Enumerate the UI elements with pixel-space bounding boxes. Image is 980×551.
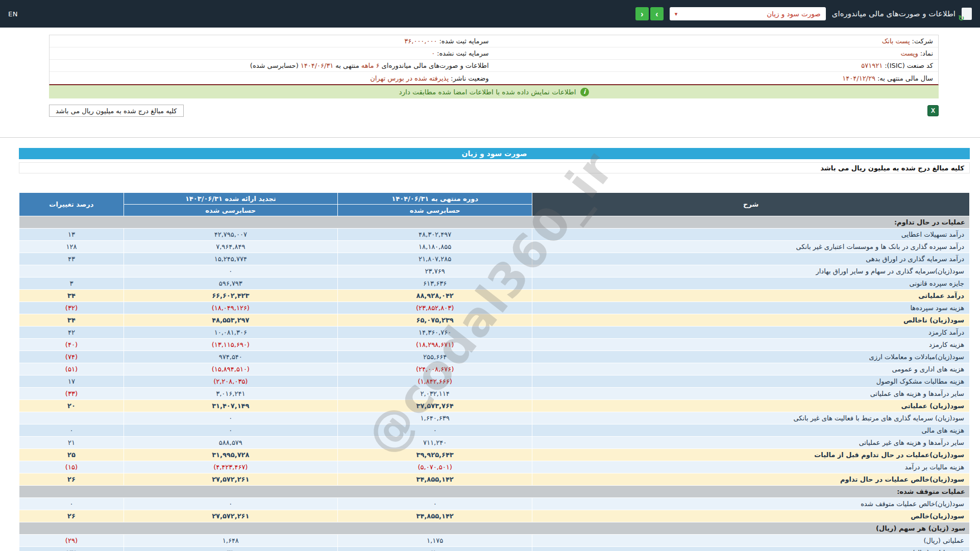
company-info-right-column: شرکت: پست بانکنماد: وپستکد صنعت (ISIC): … <box>494 35 939 84</box>
statement-units-note: کلیه مبالغ درج شده به میلیون ریال می باش… <box>19 162 970 173</box>
company-info-label: (حسابرسی شده) <box>250 62 299 69</box>
company-info-label: سرمایه ثبت نشده: <box>437 49 488 57</box>
change-percent-value: ۱۳۸ <box>19 547 124 551</box>
prior-period-value: (۲,۲۰۸,۰۳۵) <box>124 375 337 388</box>
col-header-prior-period: تجدید ارائه شده ۱۴۰۳/۰۶/۳۱ <box>124 193 337 205</box>
report-type-selected-value: صورت سود و زیان <box>767 10 821 18</box>
current-period-value: ۳۴,۸۵۵,۱۴۲ <box>337 473 532 486</box>
statement-data-row: سود(زیان)خالص۳۴,۸۵۵,۱۴۲۲۷,۵۷۲,۲۶۱۲۶ <box>19 510 970 522</box>
prior-period-value: ۱۰,۰۸۱,۳۰۶ <box>124 327 337 339</box>
row-description: سود(زیان)عملیات در حال تداوم قبل از مالی… <box>532 449 970 461</box>
current-period-value: ۰ <box>337 424 532 437</box>
col-subheader-current-audited: حسابرسی شده <box>337 205 532 216</box>
prior-period-value: ۳۱,۴۰۷,۱۴۹ <box>124 400 337 412</box>
company-info-left-column: سرمایه ثبت شده: ۳۶,۰۰۰,۰۰۰سرمایه ثبت نشد… <box>50 35 494 84</box>
change-percent-value: (۳۲) <box>19 302 124 314</box>
previous-report-button[interactable]: ‹ <box>635 7 649 20</box>
change-percent-value: ۲۰ <box>19 400 124 412</box>
prior-period-value: ۲۷,۵۷۲,۲۶۱ <box>124 510 337 522</box>
current-period-value: ۲۱,۸۰۷,۲۸۵ <box>337 253 532 265</box>
prior-period-value: (۱۸,۰۴۹,۱۲۶) <box>124 302 337 314</box>
page-title: اطلاعات و صورت‌های مالی میاندوره‌ای <box>832 9 955 18</box>
info-icon: i <box>580 88 589 96</box>
change-percent-value: ۴۲ <box>19 327 124 339</box>
prior-period-value: ۲۷,۵۷۲,۲۶۱ <box>124 473 337 486</box>
company-info-value: ۱۴۰۴/۰۶/۳۱ <box>301 62 334 69</box>
next-report-button[interactable]: › <box>650 7 664 20</box>
report-type-dropdown[interactable]: صورت سود و زیان ▾ <box>670 7 826 20</box>
statement-data-row: هزینه های اداری و عمومی(۲۴,۰۰۸,۶۷۶)(۱۵,۸… <box>19 363 970 375</box>
current-period-value: ۳۷,۵۷۳,۷۶۴ <box>337 400 532 412</box>
statement-data-row: جایزه سپرده قانونی۶۱۳,۶۳۶۵۹۶,۷۹۳۳ <box>19 278 970 290</box>
prior-period-value: ۳۱ <box>124 547 337 551</box>
statement-data-row: سود(زیان)عملیات در حال تداوم قبل از مالی… <box>19 449 970 461</box>
statement-data-row: هزینه کارمزد(۱۸,۲۹۸,۶۷۱)(۱۳,۱۱۵,۶۹۰)(۴۰) <box>19 339 970 351</box>
change-percent-value: ۰ <box>19 424 124 437</box>
row-description: سود(زیان) عملیاتی <box>532 400 970 412</box>
current-period-value: (۲۳,۸۵۲,۸۰۳) <box>337 302 532 314</box>
statement-title-bar: صورت سود و زیان <box>19 148 970 159</box>
change-percent-value: ۲۶ <box>19 510 124 522</box>
current-period-value: ۳۴,۸۵۵,۱۴۲ <box>337 510 532 522</box>
company-info-row-left: وضعیت ناشر: پذیرفته شده در بورس تهران <box>50 72 494 84</box>
statement-data-row: هزینه سود سپرده‌ها(۲۳,۸۵۲,۸۰۳)(۱۸,۰۴۹,۱۲… <box>19 302 970 314</box>
change-percent-value: (۲۹) <box>19 535 124 547</box>
change-percent-value: ۱۳ <box>19 229 124 241</box>
top-header-bar: ↻ اطلاعات و صورت‌های مالی میاندوره‌ای صو… <box>0 0 980 28</box>
company-info-row-left: سرمایه ثبت نشده: ۰ <box>50 47 494 60</box>
statement-data-row: عملیاتی (ریال)۱,۱۷۵۱,۶۴۸(۲۹) <box>19 535 970 547</box>
prior-period-value: ۹۷۴,۵۴۰ <box>124 351 337 363</box>
prior-period-value: ۷,۹۶۴,۸۴۹ <box>124 241 337 253</box>
prior-period-value: ۰ <box>124 498 337 510</box>
row-description: سود(زیان)خالص عملیات متوقف شده <box>532 498 970 510</box>
section-header-label: سود (زیان) هر سهم (ریال) <box>19 522 970 535</box>
section-divider <box>0 137 980 138</box>
change-percent-value <box>19 412 124 424</box>
row-description: سود(زیان)خالص عملیات در حال تداوم <box>532 473 970 486</box>
company-info-value: ۶ ماهه <box>361 62 380 69</box>
company-info-value: ۳۶,۰۰۰,۰۰۰ <box>404 37 437 45</box>
company-info-value: ۰ <box>431 49 435 57</box>
company-info-label: شرکت: <box>912 37 933 45</box>
statement-data-row: سود(زیان) ناخالص۶۵,۰۷۵,۲۳۹۴۸,۵۵۳,۲۹۷۳۴ <box>19 314 970 327</box>
col-header-description: شرح <box>532 193 970 216</box>
signature-match-text: اطلاعات نمایش داده شده با اطلاعات امضا ش… <box>399 88 576 96</box>
excel-export-icon[interactable]: X <box>927 105 939 116</box>
current-period-value: ۴۸,۳۰۲,۴۹۷ <box>337 229 532 241</box>
row-description: سود(زیان) ناخالص <box>532 314 970 327</box>
statement-data-row: سود(زیان)مبادلات و معاملات ارزی۲۵۵,۶۶۴۹۷… <box>19 351 970 363</box>
statement-data-row: سود(زیان)خالص عملیات در حال تداوم۳۴,۸۵۵,… <box>19 473 970 486</box>
statement-data-row: غیر عملیاتی (ریال)۷۴۳۱۱۳۸ <box>19 547 970 551</box>
change-percent-value: ۰ <box>19 498 124 510</box>
section-header-row: عملیات متوقف شده: <box>19 486 970 498</box>
current-period-value: ۶۱۳,۶۳۶ <box>337 278 532 290</box>
statement-data-row: سود(زیان) سرمایه گذاری های مرتبط با فعال… <box>19 412 970 424</box>
report-nav-buttons: › ‹ <box>635 7 664 20</box>
company-info-row-right: شرکت: پست بانک <box>494 35 939 47</box>
prior-period-value: ۱,۶۴۸ <box>124 535 337 547</box>
row-description: سود(زیان)مبادلات و معاملات ارزی <box>532 351 970 363</box>
company-info-value: ۵۷۱۹۲۱ <box>861 62 883 69</box>
units-toolbar: X کلیه مبالغ درج شده به میلیون ریال می ب… <box>49 105 939 117</box>
chevron-down-icon: ▾ <box>675 11 678 17</box>
page: { "header": { "title": "اطلاعات و صورت‌ه… <box>0 0 980 551</box>
prior-period-value: ۳,۰۱۶,۲۴۱ <box>124 388 337 400</box>
row-description: سایر درآمدها و هزینه های غیر عملیاتی <box>532 437 970 449</box>
row-description: هزینه مطالبات مشکوک الوصول <box>532 375 970 388</box>
row-description: جایزه سپرده قانونی <box>532 278 970 290</box>
units-note-box: کلیه مبالغ درج شده به میلیون ریال می باش… <box>49 105 184 117</box>
language-toggle-en[interactable]: EN <box>8 10 18 18</box>
income-statement-table: شرح دوره منتهی به ۱۴۰۴/۰۶/۳۱ تجدید ارائه… <box>19 192 970 551</box>
statement-data-row: درآمد تسهیلات اعطایی۴۸,۳۰۲,۴۹۷۴۲,۷۹۵,۰۰۷… <box>19 229 970 241</box>
change-percent-value: (۳۳) <box>19 388 124 400</box>
section-header-row: سود (زیان) هر سهم (ریال) <box>19 522 970 535</box>
row-description: درآمد سرمایه گذاری در اوراق بدهی <box>532 253 970 265</box>
statement-data-row: درآمد کارمزد۱۴,۳۶۰,۷۶۰۱۰,۰۸۱,۳۰۶۴۲ <box>19 327 970 339</box>
col-header-current-period: دوره منتهی به ۱۴۰۴/۰۶/۳۱ <box>337 193 532 205</box>
company-info-row-left: اطلاعات و صورت‌های مالی میاندوره‌ای ۶ ما… <box>50 60 494 72</box>
company-info-panel: شرکت: پست بانکنماد: وپستکد صنعت (ISIC): … <box>49 35 939 85</box>
prior-period-value: ۵۹۶,۷۹۳ <box>124 278 337 290</box>
current-period-value: ۸۸,۹۲۸,۰۴۲ <box>337 290 532 302</box>
statement-data-row: سایر درآمدها و هزینه های عملیاتی۲,۰۳۲,۱۱… <box>19 388 970 400</box>
row-description: سایر درآمدها و هزینه های عملیاتی <box>532 388 970 400</box>
